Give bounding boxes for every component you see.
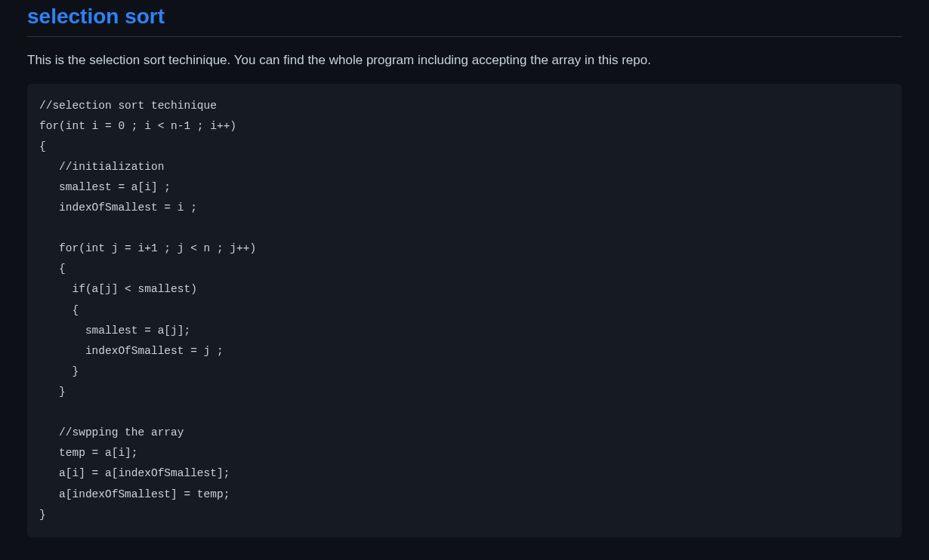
- section-heading[interactable]: selection sort: [27, 5, 902, 37]
- section-description: This is the selection sort techinique. Y…: [27, 51, 902, 70]
- readme-container: selection sort This is the selection sor…: [0, 5, 929, 537]
- code-content: //selection sort techinique for(int i = …: [39, 96, 890, 525]
- code-block: //selection sort techinique for(int i = …: [27, 84, 902, 537]
